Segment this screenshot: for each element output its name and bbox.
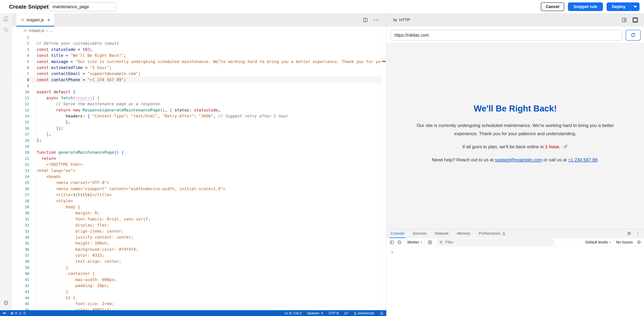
code-lines[interactable]: 12// Define your customizable inputs3con…: [12, 35, 386, 310]
code-line-content[interactable]: function generateMaintenancePage() {: [37, 149, 124, 155]
code-line-content[interactable]: color: #0051c3;: [37, 307, 112, 310]
discord-icon[interactable]: [632, 17, 638, 23]
url-input[interactable]: [390, 30, 622, 41]
devtools-settings-gear-icon[interactable]: ⚙: [627, 231, 631, 236]
code-line-content[interactable]: }: [37, 264, 68, 270]
code-line-content[interactable]: headers: { "Content-Type": "text/html", …: [37, 113, 288, 119]
tab-http[interactable]: ⇆ HTTP: [388, 14, 415, 27]
worker-context-dropdown[interactable]: Worker ▾: [407, 240, 422, 244]
clear-console-icon[interactable]: [397, 240, 402, 245]
code-line-content[interactable]: // Define your customizable inputs: [37, 40, 119, 46]
code-line-content[interactable]: display: flex;: [37, 222, 109, 228]
code-line[interactable]: 43 }: [12, 289, 386, 295]
code-line[interactable]: 33 align-items: center;: [12, 228, 386, 234]
code-line-content[interactable]: max-width: 600px;: [37, 277, 116, 283]
code-line-content[interactable]: return `: [37, 156, 61, 162]
code-line-content[interactable]: height: 100vh;: [37, 240, 109, 246]
code-line-content[interactable]: return new Response(generateMaintenanceP…: [37, 107, 220, 113]
code-line[interactable]: 10export default {: [12, 89, 386, 95]
code-line[interactable]: 32 display: flex;: [12, 222, 386, 228]
code-line[interactable]: 31 font-family: Arial, sans-serif;: [12, 216, 386, 222]
code-line[interactable]: 16 });: [12, 125, 386, 131]
breadcrumb-symbol[interactable]: …: [49, 29, 53, 33]
code-line[interactable]: 29 body {: [12, 204, 386, 210]
code-line[interactable]: 8const contactPhone = "+1 234 567 89";: [12, 77, 386, 83]
cancel-button[interactable]: Cancel: [541, 3, 564, 11]
code-line[interactable]: 35 height: 100vh;: [12, 240, 386, 246]
code-line[interactable]: 5const message = "Our site is currently …: [12, 59, 386, 65]
split-editor-icon[interactable]: [363, 18, 368, 23]
code-line[interactable]: 14 headers: { "Content-Type": "text/html…: [12, 113, 386, 119]
more-actions-icon[interactable]: ···: [374, 17, 380, 23]
console-settings-gear-icon[interactable]: ⚙: [637, 240, 641, 245]
code-line-content[interactable]: <!DOCTYPE html>: [37, 162, 82, 168]
devtools-menu-kebab-icon[interactable]: [636, 231, 640, 236]
issues-counter[interactable]: No Issues: [616, 240, 633, 244]
code-line-content[interactable]: }: [37, 289, 68, 295]
code-line-content[interactable]: <meta charset="UTF-8">: [37, 180, 109, 186]
code-line-content[interactable]: <meta name="viewport" content="width=dev…: [37, 186, 226, 192]
code-line-content[interactable]: export default {: [37, 89, 75, 95]
code-line-content[interactable]: h1 {: [37, 295, 75, 301]
code-line-content[interactable]: },: [37, 119, 70, 125]
code-line-content[interactable]: <head>: [37, 174, 61, 180]
code-line[interactable]: 25 <meta charset="UTF-8">: [12, 180, 386, 186]
code-line-content[interactable]: body {: [37, 204, 80, 210]
tab-snippet-js[interactable]: JS snippet.js ×: [16, 14, 54, 27]
code-line[interactable]: 11 async fetch(request) {: [12, 95, 386, 101]
encoding-setting[interactable]: UTF-8: [328, 311, 339, 315]
code-line[interactable]: 41 max-width: 600px;: [12, 277, 386, 283]
console-sidebar-toggle-icon[interactable]: [390, 240, 394, 245]
code-line-content[interactable]: const statusCode = 503;: [37, 47, 92, 53]
code-line[interactable]: 21 return `: [12, 156, 386, 162]
deploy-dropdown-button[interactable]: [631, 3, 640, 11]
code-line-content[interactable]: async fetch(request) {: [37, 95, 100, 101]
code-line-content[interactable]: };: [37, 137, 42, 143]
code-line[interactable]: 9: [12, 83, 386, 89]
code-line-content[interactable]: align-items: center;: [37, 228, 124, 234]
code-line[interactable]: 36 background-color: #f4f4f4;: [12, 246, 386, 252]
code-line[interactable]: 2// Define your customizable inputs: [12, 40, 386, 46]
code-line-content[interactable]: margin: 0;: [37, 210, 100, 216]
devtools-tab-memory[interactable]: Memory: [457, 229, 470, 238]
code-line-content[interactable]: const estimatedTime = "1 hour";: [37, 65, 112, 71]
console-output[interactable]: ›: [386, 247, 644, 316]
code-line[interactable]: 45 font-size: 2rem;: [12, 301, 386, 307]
code-line[interactable]: 39 }: [12, 264, 386, 270]
cursor-position[interactable]: Ln 8, Col 2: [284, 311, 302, 315]
code-line[interactable]: 15 },: [12, 119, 386, 125]
console-prompt-chevron[interactable]: ›: [391, 250, 393, 254]
problems-indicator[interactable]: ⊗ 0 ⚠ 0: [10, 311, 26, 315]
code-line[interactable]: 17 },: [12, 131, 386, 137]
remote-indicator-icon[interactable]: ><: [2, 311, 6, 315]
code-line-content[interactable]: });: [37, 125, 63, 131]
breadcrumb-file[interactable]: snippet.js: [28, 29, 44, 33]
files-button[interactable]: [0, 14, 12, 24]
code-line[interactable]: 4const title = "We'll Be Right Back!";: [12, 53, 386, 59]
code-line[interactable]: 22 <!DOCTYPE html>: [12, 162, 386, 168]
search-button[interactable]: [0, 24, 12, 35]
code-line[interactable]: 27 <title>${title}</title>: [12, 192, 386, 198]
bell-icon[interactable]: [380, 311, 384, 315]
devtools-tab-network[interactable]: Network: [435, 229, 448, 238]
snippet-rule-button[interactable]: Snippet rule: [568, 3, 603, 11]
close-tab-icon[interactable]: ×: [47, 18, 50, 23]
code-line-content[interactable]: <html lang="en">: [37, 168, 75, 174]
code-line-content[interactable]: const contactEmail = "support@example.co…: [37, 71, 141, 77]
code-line[interactable]: 7const contactEmail = "support@example.c…: [12, 71, 386, 77]
code-line[interactable]: 37 color: #333;: [12, 252, 386, 258]
code-line-content[interactable]: text-align: center;: [37, 258, 121, 264]
code-line[interactable]: 38 text-align: center;: [12, 258, 386, 264]
snippet-name-input[interactable]: [49, 2, 116, 11]
code-line-content[interactable]: justify-content: center;: [37, 234, 134, 240]
code-line-content[interactable]: // Serve the maintenance page as a respo…: [37, 101, 160, 107]
code-line-content[interactable]: padding: 20px;: [37, 283, 109, 289]
code-line-content[interactable]: <style>: [37, 198, 73, 204]
breadcrumb[interactable]: JS snippet.js › …: [12, 27, 386, 35]
code-line-content[interactable]: const contactPhone = "+1 234 567 89";: [37, 77, 126, 83]
code-line[interactable]: 20function generateMaintenancePage() {: [12, 149, 386, 155]
code-line[interactable]: 40 .container {: [12, 270, 386, 276]
refresh-button[interactable]: [626, 30, 641, 41]
code-line[interactable]: 46 color: #0051c3;: [12, 307, 386, 310]
code-line[interactable]: 19: [12, 143, 386, 149]
